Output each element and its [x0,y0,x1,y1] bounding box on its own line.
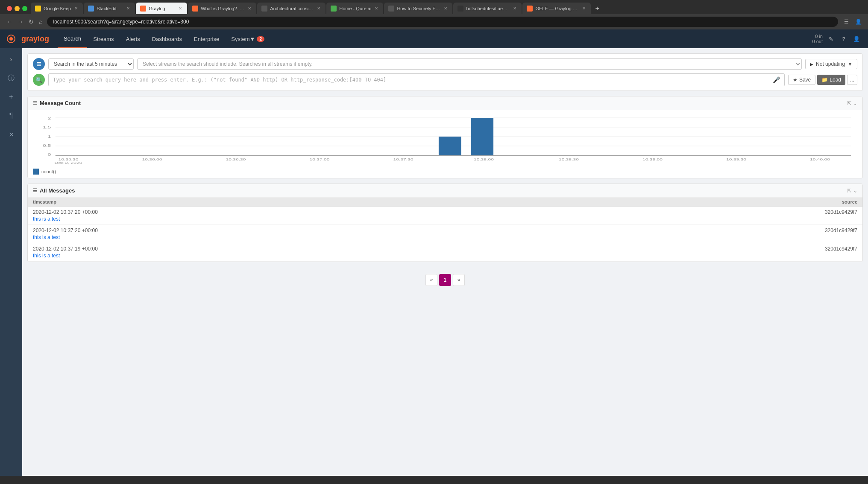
browser-tab[interactable]: GELF — Graylog 4.0.0... ✕ [522,3,591,14]
tab-title: Graylog [149,6,175,11]
folder-icon: 📁 [821,77,828,83]
edit-nav-button[interactable]: ✎ [826,34,836,44]
prev-page-button[interactable]: « [425,274,437,286]
tab-close-button[interactable]: ✕ [581,5,586,12]
browser-tab[interactable]: StackEdit ✕ [84,3,135,14]
tab-close-button[interactable]: ✕ [178,5,183,12]
traffic-light-red[interactable] [7,6,12,11]
play-icon: ▶ [810,62,813,67]
traffic-light-yellow[interactable] [15,6,20,11]
top-navigation: graylog SearchStreamsAlertsDashboardsEnt… [0,29,868,48]
nav-item-system[interactable]: System ▼ 2 [225,29,270,48]
section-expand-chart[interactable]: ⇱ ⌄ [847,100,857,106]
sidebar-add[interactable]: + [3,89,19,105]
nav-item-enterprise[interactable]: Enterprise [188,29,225,48]
message-text[interactable]: this is a test [33,216,98,222]
nav-item-search[interactable]: Search [58,29,87,48]
time-range-button[interactable]: ☰ [33,58,45,70]
tab-title: GELF — Graylog 4.0.0... [535,6,579,11]
stream-select[interactable]: Select streams the search should include… [137,58,802,70]
svg-text:10:40:00: 10:40:00 [810,157,830,161]
back-button[interactable]: ← [5,17,14,26]
sidebar-close[interactable]: ✕ [3,127,19,142]
help-nav-button[interactable]: ? [839,34,848,44]
current-page-button[interactable]: 1 [439,274,451,286]
svg-text:1: 1 [48,134,51,138]
logo-icon [7,35,20,43]
message-source: 320d1c9429f7 [825,246,857,259]
svg-text:10:38:00: 10:38:00 [474,157,494,161]
tab-title: How to Securely Forw... [397,6,440,11]
svg-text:1.5: 1.5 [43,125,51,129]
sidebar-info[interactable]: ⓘ [3,70,19,86]
nav-item-dashboards[interactable]: Dashboards [146,29,188,48]
nav-item-alerts[interactable]: Alerts [120,29,146,48]
time-range-select[interactable]: Search in the last 5 minutes [48,58,134,70]
browser-tab[interactable]: Graylog ✕ [136,3,187,14]
tab-title: What is Graylog?. Gray... [201,6,244,11]
message-text[interactable]: this is a test [33,253,98,259]
more-button[interactable]: ... [847,75,857,85]
chart-area: 2 1.5 1 0.5 0 [28,110,862,178]
chart-title: ☰ Message Count [33,100,81,106]
svg-text:10:36:00: 10:36:00 [142,157,162,161]
message-source: 320d1c9429f7 [825,209,857,222]
reload-button[interactable]: ↻ [27,17,35,26]
message-text[interactable]: this is a test [33,234,98,240]
tab-favicon [140,6,146,12]
sidebar: › ⓘ + ¶ ✕ [0,48,22,476]
save-button[interactable]: ★ Save [788,75,815,85]
message-count-section: ☰ Message Count ⇱ ⌄ 2 1.5 1 0.5 [27,96,863,178]
tab-close-button[interactable]: ✕ [443,5,448,12]
load-button[interactable]: 📁 Load [817,75,845,85]
tab-close-button[interactable]: ✕ [73,5,79,12]
nav-counter: 0 in 0 out [812,34,823,44]
user-nav-button[interactable]: 👤 [852,34,861,44]
browser-tab[interactable]: hotschedules/fluent-p... ✕ [453,3,522,14]
message-timestamp: 2020-12-02 10:37:20 +00:00 [33,209,98,215]
browser-tab[interactable]: How to Securely Forw... ✕ [384,3,452,14]
traffic-light-green[interactable] [22,6,27,11]
address-bar[interactable]: localhost:9000/search?q=&rangetype=relat… [47,17,838,27]
browser-tab[interactable]: What is Graylog?. Gray... ✕ [188,3,256,14]
forward-button[interactable]: → [16,17,25,26]
tab-close-button[interactable]: ✕ [126,5,131,12]
svg-text:10:36:30: 10:36:30 [226,157,246,161]
legend-color [33,169,39,175]
chart-svg: 2 1.5 1 0.5 0 [33,114,857,166]
extensions-button[interactable]: ☰ [842,17,851,26]
nav-right: 0 in 0 out ✎ ? 👤 [812,34,861,44]
tab-title: StackEdit [97,6,123,11]
sidebar-paragraph[interactable]: ¶ [3,108,19,123]
tab-close-button[interactable]: ✕ [247,5,252,12]
query-input[interactable] [53,77,773,83]
messages-title-icon: ☰ [33,188,37,193]
profile-button[interactable]: 👤 [853,17,863,26]
new-tab-button[interactable]: + [592,3,602,14]
next-page-button[interactable]: » [453,274,465,286]
browser-tab[interactable]: Home - Qure.ai ✕ [326,3,383,14]
search-execute-button[interactable]: 🔍 [33,74,45,86]
section-expand-messages[interactable]: ⇱ ⌄ [847,188,857,194]
not-updating-button[interactable]: ▶ Not updating ▼ [805,59,857,69]
tab-favicon [261,6,267,12]
tab-favicon [331,6,337,12]
tab-close-button[interactable]: ✕ [374,5,379,12]
tab-close-button[interactable]: ✕ [512,5,517,12]
tab-favicon [192,6,198,12]
browser-tab[interactable]: Google Keep ✕ [31,3,83,14]
sidebar-toggle[interactable]: › [3,52,19,67]
tab-favicon [388,6,394,12]
svg-text:10:39:30: 10:39:30 [726,157,746,161]
svg-text:0: 0 [48,152,51,156]
home-button[interactable]: ⌂ [38,17,44,26]
nav-item-streams[interactable]: Streams [87,29,120,48]
dropdown-arrow: ▼ [250,36,255,42]
svg-point-1 [9,37,13,41]
app-logo: graylog [7,35,49,44]
tab-close-button[interactable]: ✕ [316,5,321,12]
browser-tab[interactable]: Architectural consider... ✕ [257,3,326,14]
query-wrapper[interactable]: 🎤 [48,73,785,86]
section-header-chart: ☰ Message Count ⇱ ⌄ [28,96,862,110]
svg-rect-12 [439,137,461,155]
